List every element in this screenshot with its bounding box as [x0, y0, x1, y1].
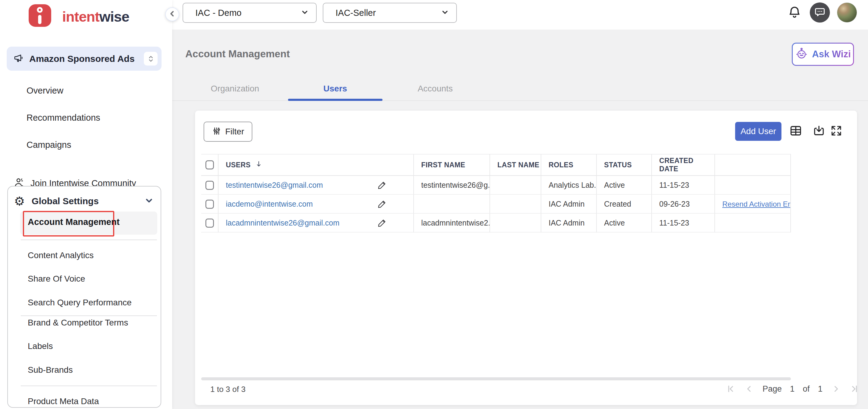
- edit-user-button[interactable]: [377, 199, 388, 209]
- column-header-users[interactable]: USERS: [226, 161, 250, 169]
- ask-wizi-label: Ask Wizi: [812, 49, 850, 60]
- created-date-cell: 11-15-23: [652, 176, 715, 195]
- tab-bar-border: [172, 100, 868, 101]
- profile-select[interactable]: IAC-Seller: [323, 3, 457, 23]
- column-header-status[interactable]: STATUS: [597, 154, 652, 176]
- status-cell: Created: [597, 195, 652, 214]
- logo-dot: [37, 7, 43, 13]
- sidebar-item-recommendations[interactable]: Recommendations: [0, 111, 172, 124]
- fullscreen-button[interactable]: [829, 124, 844, 139]
- wordmark-primary: intent: [62, 8, 99, 25]
- sidebar-collapse-button[interactable]: [165, 7, 179, 21]
- first-name-cell: testintentwise26@g...: [414, 176, 490, 195]
- of-label: of: [803, 384, 810, 394]
- filter-label: Filter: [225, 127, 244, 136]
- select-all-checkbox[interactable]: [206, 160, 214, 169]
- sidebar-item-labels[interactable]: Labels: [28, 340, 53, 352]
- divider: [21, 315, 157, 316]
- intentwise-logo-icon: [29, 4, 51, 27]
- column-header-roles[interactable]: ROLES: [541, 154, 597, 176]
- account-management-label[interactable]: Account Management: [28, 217, 120, 227]
- workspace-select-value: IAC - Demo: [195, 8, 300, 18]
- edit-user-button[interactable]: [377, 218, 388, 228]
- table-row: lacadmnintentwise26@gmail.com lacadmnint…: [201, 214, 791, 232]
- sidebar-item-product-meta-data[interactable]: Product Meta Data: [28, 395, 99, 407]
- sidebar-item-overview[interactable]: Overview: [0, 84, 172, 97]
- last-name-cell: [490, 176, 541, 195]
- divider: [21, 385, 157, 386]
- sort-descending-icon[interactable]: [255, 160, 263, 170]
- workspace-select[interactable]: IAC - Demo: [183, 3, 317, 23]
- roles-cell: IAC Admin: [541, 195, 597, 214]
- last-page-button[interactable]: [849, 384, 860, 394]
- bell-icon: [787, 5, 802, 21]
- horizontal-scrollbar[interactable]: [201, 377, 791, 380]
- chat-bubble-icon: [814, 6, 826, 19]
- row-checkbox[interactable]: [206, 200, 214, 209]
- sidebar-item-brand-competitor-terms[interactable]: Brand & Competitor Terms: [28, 317, 128, 329]
- support-chat-button[interactable]: [810, 2, 830, 23]
- resend-activation-link[interactable]: Resend Activation Em...: [722, 200, 791, 208]
- status-cell: Active: [597, 214, 652, 232]
- chevron-down-icon: [300, 8, 309, 18]
- sidebar-item-content-analytics[interactable]: Content Analytics: [28, 249, 94, 261]
- edit-user-button[interactable]: [377, 180, 388, 190]
- user-email-link[interactable]: iacdemo@intentwise.com: [226, 200, 313, 209]
- user-avatar[interactable]: [837, 2, 857, 23]
- first-page-button[interactable]: [725, 384, 736, 394]
- intentwise-wordmark: intentwise: [62, 8, 129, 25]
- ask-wizi-button[interactable]: Ask Wizi: [792, 43, 854, 66]
- sidebar: intentwise Amazon Sponsored Ads Overview…: [0, 0, 172, 409]
- sidebar-item-campaigns[interactable]: Campaigns: [0, 138, 172, 152]
- roles-cell: IAC Admin: [541, 214, 597, 232]
- pagination-controls: Page 1 of 1: [725, 381, 860, 397]
- chevron-down-icon: [440, 8, 450, 18]
- download-button[interactable]: [812, 124, 826, 139]
- sidebar-item-sub-brands[interactable]: Sub-Brands: [28, 364, 73, 376]
- roles-cell: Analytics Lab...: [541, 176, 597, 195]
- user-email-link[interactable]: lacadmnintentwise26@gmail.com: [226, 219, 340, 227]
- tab-accounts[interactable]: Accounts: [417, 82, 453, 95]
- users-table: USERS FIRST NAME LAST NAME ROLES STATUS …: [201, 154, 791, 232]
- profile-select-value: IAC-Seller: [336, 8, 440, 18]
- gear-icon: ⚙: [14, 195, 25, 207]
- notifications-button[interactable]: [786, 5, 803, 21]
- table-grid-icon: [789, 124, 803, 139]
- next-page-button[interactable]: [831, 384, 841, 394]
- logo-bar: [38, 15, 41, 24]
- wordmark-secondary: wise: [99, 8, 129, 25]
- product-switcher-stepper[interactable]: [144, 52, 158, 65]
- created-date-cell: 11-15-23: [652, 214, 715, 232]
- chevron-left-icon: [168, 9, 177, 19]
- tab-users[interactable]: Users: [323, 82, 347, 95]
- column-header-created-date[interactable]: CREATED DATE: [652, 154, 715, 176]
- page-label: Page: [763, 384, 782, 394]
- previous-page-button[interactable]: [744, 384, 754, 394]
- tab-organization[interactable]: Organization: [211, 82, 259, 95]
- column-header-actions: [715, 154, 791, 176]
- product-selector-amazon-sponsored-ads[interactable]: Amazon Sponsored Ads: [7, 46, 161, 71]
- column-header-last-name[interactable]: LAST NAME: [490, 154, 541, 176]
- global-settings-label: Global Settings: [32, 196, 137, 206]
- divider: [21, 240, 157, 240]
- first-name-cell: [414, 195, 490, 214]
- megaphone-icon: [13, 53, 24, 65]
- app-root: IAC - Demo IAC-Seller: [0, 0, 868, 409]
- user-email-link[interactable]: testintentwise26@gmail.com: [226, 181, 323, 190]
- last-name-cell: [490, 214, 541, 232]
- chevron-down-icon[interactable]: [144, 195, 154, 207]
- filter-button[interactable]: Filter: [204, 122, 252, 142]
- sidebar-item-share-of-voice[interactable]: Share Of Voice: [28, 273, 85, 285]
- product-selector-label: Amazon Sponsored Ads: [29, 54, 135, 64]
- page-title: Account Management: [185, 48, 290, 60]
- total-pages-value: 1: [818, 384, 823, 394]
- expand-icon: [830, 124, 843, 138]
- global-settings-header[interactable]: ⚙ Global Settings: [14, 194, 154, 209]
- column-settings-button[interactable]: [788, 124, 803, 139]
- column-header-first-name[interactable]: FIRST NAME: [414, 154, 490, 176]
- sidebar-item-search-query-performance[interactable]: Search Query Performance: [28, 296, 132, 309]
- current-page-value: 1: [790, 384, 795, 394]
- add-user-button[interactable]: Add User: [735, 122, 781, 141]
- row-checkbox[interactable]: [206, 181, 214, 190]
- row-checkbox[interactable]: [206, 219, 214, 228]
